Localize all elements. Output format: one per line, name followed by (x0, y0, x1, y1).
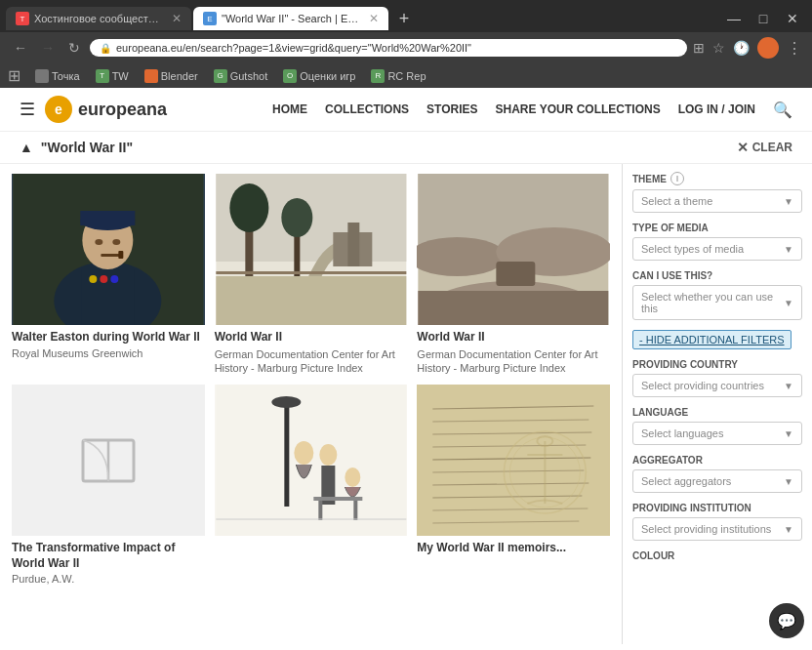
media-select[interactable]: Select types of media ▼ (632, 237, 802, 261)
bookmark-tochka[interactable]: Точка (30, 67, 85, 85)
theme-dropdown-arrow: ▼ (784, 196, 793, 207)
card2-image (215, 174, 408, 325)
aggregator-select[interactable]: Select aggregators ▼ (632, 469, 802, 493)
svg-point-11 (89, 275, 97, 283)
user-avatar[interactable] (757, 37, 779, 59)
address-text[interactable]: europeana.eu/en/search?page=1&view=grid&… (116, 42, 677, 54)
media-filter-group: TYPE OF MEDIA Select types of media ▼ (632, 223, 802, 261)
aggregator-filter-label: AGGREGATOR (632, 455, 802, 466)
tab1-close[interactable]: ✕ (172, 12, 182, 25)
nav-login[interactable]: LOG IN / JOIN (678, 102, 755, 116)
svg-rect-21 (347, 223, 359, 266)
result-card-6[interactable]: My World War II memoirs... (417, 385, 610, 585)
svg-point-17 (229, 183, 268, 232)
card2-subtitle: German Documentation Center for Art Hist… (215, 347, 408, 376)
institution-select[interactable]: Select providing institutions ▼ (632, 517, 802, 541)
bookmark-blender-icon (144, 69, 158, 83)
nav-home[interactable]: HOME (272, 102, 307, 116)
bookmark-star-icon[interactable]: ☆ (712, 40, 725, 56)
collapse-button[interactable]: ▲ (20, 140, 33, 155)
apps-icon[interactable]: ⊞ (8, 66, 20, 85)
theme-info-icon[interactable]: i (670, 172, 684, 185)
search-query-bar: ▲ "World War II" ✕ CLEAR (0, 132, 812, 164)
card6-image (417, 385, 610, 536)
search-button[interactable]: 🔍 (773, 101, 792, 119)
tab2-close[interactable]: ✕ (369, 12, 379, 25)
bookmark-rcrep-icon: R (371, 69, 385, 83)
browser-tab-inactive[interactable]: T Хостинговое сообщество «Ti... ✕ (6, 7, 191, 30)
colour-filter-label: COLOUR (632, 550, 802, 561)
svg-rect-10 (81, 269, 134, 325)
browser-tab-active[interactable]: E "World War II" - Search | Euro... ✕ (193, 7, 388, 30)
maximize-button[interactable]: □ (750, 8, 777, 29)
use-select[interactable]: Select whether you can use this ▼ (632, 285, 802, 320)
svg-point-19 (281, 198, 312, 237)
nav-collections[interactable]: COLLECTIONS (325, 102, 409, 116)
sidebar-filters: THEME i Select a theme ▼ TYPE OF MEDIA S… (622, 164, 812, 644)
result-card-2[interactable]: World War II German Documentation Center… (215, 174, 408, 375)
country-filter-group: PROVIDING COUNTRY Select providing count… (632, 359, 802, 397)
logo-text: europeana (78, 100, 167, 120)
media-dropdown-arrow: ▼ (784, 244, 793, 255)
result-card-5[interactable] (215, 385, 408, 585)
card4-subtitle: Purdue, A.W. (12, 573, 205, 585)
extensions-icon[interactable]: ⊞ (693, 40, 705, 56)
history-icon[interactable]: 🕐 (733, 40, 750, 56)
card6-title: My World War II memoirs... (417, 541, 610, 556)
media-filter-label: TYPE OF MEDIA (632, 223, 802, 233)
nav-stories[interactable]: STORIES (426, 102, 477, 116)
result-card-1[interactable]: Walter Easton during World War II Royal … (12, 174, 205, 375)
site-header: ☰ e europeana HOME COLLECTIONS STORIES S… (0, 88, 812, 132)
use-filter-label: CAN I USE THIS? (632, 270, 802, 281)
clear-button[interactable]: ✕ CLEAR (737, 140, 792, 155)
country-select[interactable]: Select providing countries ▼ (632, 374, 802, 397)
institution-filter-label: PROVIDING INSTITUTION (632, 503, 802, 513)
browser-action-buttons: ⊞ ☆ 🕐 ⋮ (693, 37, 802, 59)
bookmark-tochka-icon (35, 69, 49, 83)
forward-button[interactable]: → (37, 38, 59, 58)
card1-subtitle: Royal Museums Greenwich (12, 347, 205, 359)
country-filter-label: PROVIDING COUNTRY (632, 359, 802, 370)
svg-point-13 (110, 275, 118, 283)
site-logo[interactable]: e europeana (45, 96, 167, 123)
bookmark-blender[interactable]: Blender (140, 67, 203, 85)
svg-point-41 (345, 467, 360, 487)
use-filter-group: CAN I USE THIS? Select whether you can u… (632, 270, 802, 320)
institution-filter-group: PROVIDING INSTITUTION Select providing i… (632, 503, 802, 541)
card2-title: World War II (215, 330, 408, 345)
language-filter-label: LANGUAGE (632, 407, 802, 418)
main-area: Walter Easton during World War II Royal … (0, 164, 812, 644)
card4-image (12, 385, 205, 536)
svg-rect-43 (318, 501, 322, 520)
hide-filters-button[interactable]: - HIDE ADDITIONAL FILTERS (632, 330, 802, 349)
country-dropdown-arrow: ▼ (784, 381, 793, 391)
institution-dropdown-arrow: ▼ (784, 524, 793, 535)
close-button[interactable]: ✕ (779, 8, 806, 29)
hamburger-menu-button[interactable]: ☰ (20, 99, 35, 120)
svg-rect-5 (80, 211, 135, 225)
nav-share[interactable]: SHARE YOUR COLLECTIONS (496, 102, 661, 116)
theme-select[interactable]: Select a theme ▼ (632, 189, 802, 213)
chat-button[interactable]: 💬 (769, 603, 804, 638)
colour-filter-group: COLOUR (632, 550, 802, 561)
theme-filter-label: THEME i (632, 172, 802, 185)
bookmark-rcrep[interactable]: R RC Rep (366, 67, 430, 85)
bookmark-gutshot-icon: G (214, 69, 227, 83)
language-select[interactable]: Select languages ▼ (632, 422, 802, 445)
svg-rect-8 (101, 254, 120, 257)
svg-rect-23 (216, 271, 406, 274)
bookmark-ratings[interactable]: О Оценки игр (278, 67, 360, 85)
tab1-favicon: T (16, 12, 29, 25)
card3-title: World War II (417, 330, 610, 345)
menu-icon[interactable]: ⋮ (787, 39, 802, 58)
result-card-3[interactable]: World War II German Documentation Center… (417, 174, 610, 375)
bookmark-gutshot[interactable]: G Gutshot (209, 67, 273, 85)
bookmark-tw[interactable]: T TW (91, 67, 134, 85)
back-button[interactable]: ← (10, 38, 31, 58)
minimize-button[interactable]: — (720, 8, 748, 29)
address-bar[interactable]: 🔒 europeana.eu/en/search?page=1&view=gri… (90, 39, 687, 57)
result-card-4[interactable]: The Transformative Impact of World War I… (12, 385, 205, 585)
new-tab-button[interactable]: + (390, 5, 418, 32)
reload-button[interactable]: ↻ (64, 38, 84, 58)
logo-circle: e (45, 96, 72, 123)
